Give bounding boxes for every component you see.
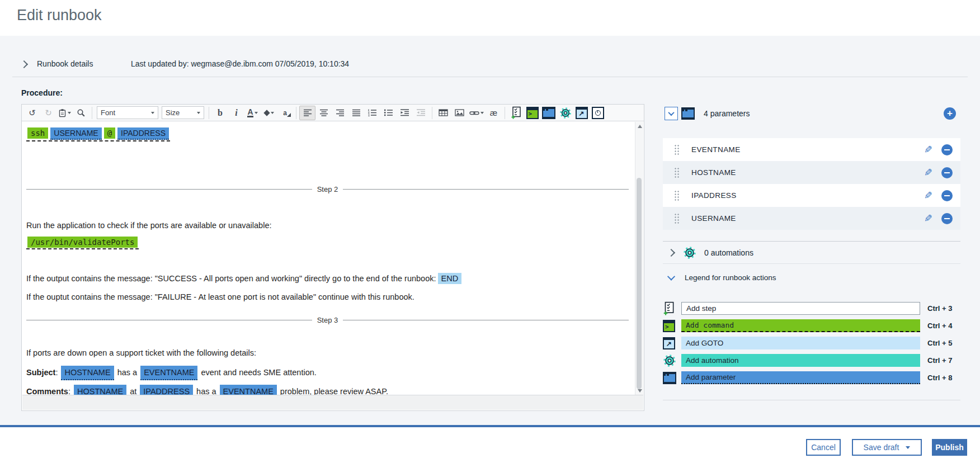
bullet-list-button[interactable]	[380, 106, 397, 120]
add-step-button[interactable]	[508, 106, 524, 120]
side-panel-separator	[663, 400, 960, 400]
paste-button[interactable]	[56, 106, 73, 120]
parameter-chip[interactable]: USERNAME	[50, 127, 101, 140]
command-chunk[interactable]: ssh	[27, 127, 48, 139]
edit-pencil-icon[interactable]: ✎	[924, 168, 932, 178]
last-updated-text: Last updated by: wegmase@de.ibm.com 07/0…	[131, 59, 349, 68]
image-icon	[455, 108, 464, 117]
comments-line: Comments: HOSTNAME at IPADDRESS has a EV…	[26, 385, 629, 395]
scroll-down-icon[interactable]	[638, 389, 642, 393]
parameter-name: HOSTNAME	[691, 168, 736, 177]
add-automation-button[interactable]	[557, 106, 573, 120]
cancel-button[interactable]: Cancel	[806, 439, 841, 456]
parameters-count-label: 4 parameters	[704, 109, 750, 118]
clock-icon	[592, 107, 604, 119]
align-left-icon	[303, 108, 312, 117]
drag-handle-icon[interactable]	[674, 190, 680, 201]
redo-button[interactable]: ↻	[40, 106, 56, 120]
add-goto-button[interactable]: ↗	[573, 106, 590, 120]
parameter-chip[interactable]: IPADDRESS	[140, 385, 193, 395]
bold-button[interactable]: b	[212, 106, 228, 120]
text-highlight-icon: a	[283, 109, 287, 117]
parameter-chip[interactable]: HOSTNAME	[74, 385, 126, 395]
remove-minus-icon[interactable]	[941, 190, 953, 201]
font-select-value: Font	[101, 108, 115, 117]
caret-down-icon	[197, 112, 200, 114]
chevron-right-icon[interactable]	[20, 60, 28, 68]
undo-icon: ↺	[29, 108, 36, 118]
drag-handle-icon[interactable]	[674, 144, 680, 155]
size-select-value: Size	[166, 108, 180, 117]
chevron-right-icon[interactable]	[667, 248, 675, 256]
insert-wait-button[interactable]	[590, 106, 606, 120]
text-highlight-button[interactable]: a	[277, 106, 293, 120]
drag-handle-icon[interactable]	[674, 213, 680, 224]
edit-pencil-icon[interactable]: ✎	[924, 191, 932, 201]
parameter-row: EVENTNAME ✎	[663, 138, 960, 161]
legend-shortcut: Ctrl + 4	[927, 322, 952, 330]
text-color-icon: A	[247, 108, 253, 117]
legend-header-label: Legend for runbook actions	[685, 273, 776, 282]
align-right-button[interactable]	[332, 106, 348, 120]
text-color-button[interactable]: A	[244, 106, 261, 120]
size-select[interactable]: Size	[162, 106, 204, 119]
add-goto-icon: ↗	[576, 107, 588, 119]
validate-command-block[interactable]: /usr/bin/validatePorts	[26, 237, 139, 249]
edit-pencil-icon[interactable]: ✎	[924, 214, 932, 224]
add-parameter-plus-button[interactable]: +	[944, 107, 956, 120]
legend-bar-automation: Add automation	[681, 354, 920, 367]
side-panel: 4 parameters + EVENTNAME ✎ HOSTNAME ✎ IP…	[663, 36, 960, 425]
justify-button[interactable]	[348, 106, 364, 120]
undo-button[interactable]: ↺	[24, 106, 40, 120]
toolbar-separator	[432, 107, 432, 119]
find-button[interactable]	[73, 106, 89, 120]
drag-handle-icon[interactable]	[674, 167, 680, 178]
outdent-button[interactable]	[413, 106, 429, 120]
goto-chip[interactable]: END	[438, 273, 462, 284]
add-command-button[interactable]: >	[524, 106, 540, 120]
editor-content[interactable]: sshUSERNAME@IPADDRESS Step 2 Run the app…	[22, 122, 643, 395]
caret-down-icon	[68, 112, 71, 114]
insert-table-button[interactable]	[435, 106, 451, 120]
scrollbar-thumb[interactable]	[637, 178, 642, 389]
legend-row-add-parameter: Add parameter Ctrl + 8	[663, 371, 960, 384]
italic-button[interactable]: i	[228, 106, 244, 120]
remove-minus-icon[interactable]	[941, 167, 953, 178]
add-automation-icon	[559, 107, 572, 119]
caret-down-icon	[255, 112, 258, 114]
background-color-button[interactable]	[261, 106, 277, 120]
save-draft-button[interactable]: Save draft	[852, 439, 922, 456]
font-select[interactable]: Font	[97, 106, 158, 119]
special-char-button[interactable]: æ	[486, 106, 502, 120]
editor-scrollbar[interactable]	[635, 122, 643, 395]
edit-pencil-icon[interactable]: ✎	[924, 145, 932, 155]
automations-header[interactable]: 0 automations	[663, 241, 960, 264]
parameter-chip[interactable]: IPADDRESS	[117, 127, 169, 140]
publish-button[interactable]: Publish	[932, 439, 967, 456]
remove-minus-icon[interactable]	[941, 213, 953, 224]
align-left-button[interactable]	[299, 106, 315, 120]
numbered-list-button[interactable]	[364, 106, 380, 120]
parameter-chip[interactable]: EVENTNAME	[220, 385, 277, 395]
parameter-chip[interactable]: EVENTNAME	[140, 366, 197, 380]
legend-header[interactable]: Legend for runbook actions	[663, 265, 960, 290]
indent-button[interactable]	[397, 106, 413, 120]
scroll-up-icon[interactable]	[638, 125, 642, 128]
outdent-icon	[416, 108, 426, 117]
toolbar-separator	[209, 107, 209, 119]
insert-link-button[interactable]	[468, 106, 486, 120]
subject-line: Subject: HOSTNAME has a EVENTNAME event …	[26, 366, 629, 380]
automation-gear-icon	[683, 246, 696, 259]
align-center-button[interactable]	[315, 106, 332, 120]
parameter-chip[interactable]: HOSTNAME	[61, 366, 114, 380]
runbook-details-label[interactable]: Runbook details	[37, 59, 93, 68]
remove-minus-icon[interactable]	[941, 144, 953, 155]
collapse-parameters-button[interactable]	[665, 107, 678, 120]
insert-image-button[interactable]	[451, 106, 468, 120]
command-chunk[interactable]: /usr/bin/validatePorts	[27, 237, 138, 248]
add-parameter-button[interactable]	[540, 106, 557, 120]
command-chunk[interactable]: @	[104, 127, 115, 139]
ssh-command-block[interactable]: sshUSERNAME@IPADDRESS	[26, 127, 170, 141]
legend-row-add-step: Add step Ctrl + 3	[663, 302, 960, 315]
chevron-down-icon[interactable]	[667, 273, 675, 281]
